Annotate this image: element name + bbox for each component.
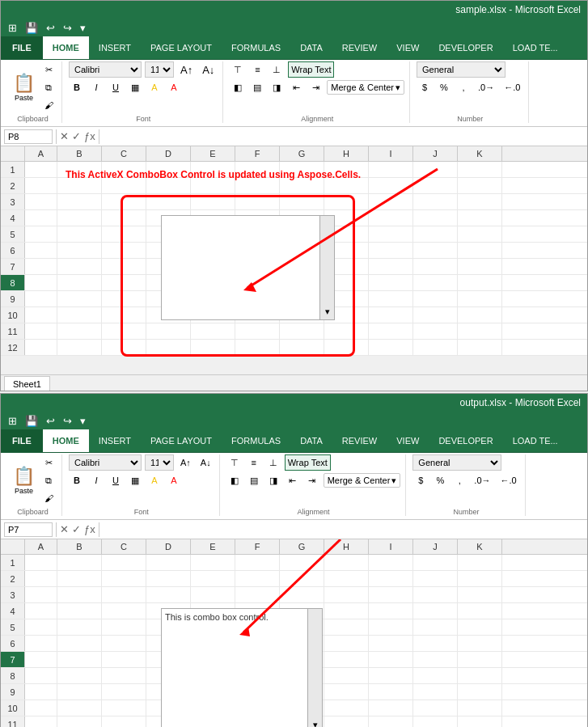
cell[interactable] [57, 684, 102, 700]
cell[interactable] [25, 178, 57, 193]
cell[interactable] [280, 571, 324, 586]
cell[interactable] [458, 652, 502, 667]
percent-btn-1[interactable]: % [436, 79, 452, 95]
italic-btn-1[interactable]: I [88, 79, 104, 95]
tab-insert-1[interactable]: INSERT [89, 36, 141, 59]
cell[interactable] [102, 275, 146, 290]
cell[interactable] [57, 194, 102, 209]
cell[interactable] [57, 210, 102, 226]
cell[interactable] [25, 587, 57, 602]
cell[interactable] [413, 226, 458, 242]
align-left-btn-2[interactable]: ◧ [226, 472, 243, 488]
cell[interactable] [57, 603, 102, 619]
cancel-formula-icon-2[interactable]: ✕ [60, 523, 69, 535]
tab-loadte-1[interactable]: LOAD TE... [503, 36, 568, 59]
tab-review-1[interactable]: REVIEW [332, 36, 387, 59]
cell[interactable] [102, 668, 146, 683]
cell[interactable] [25, 684, 57, 700]
align-bottom-btn-1[interactable]: ⊥ [269, 61, 285, 78]
tab-view-2[interactable]: VIEW [387, 429, 429, 452]
currency-btn-1[interactable]: $ [417, 79, 433, 95]
increase-font-btn-1[interactable]: A↑ [177, 61, 196, 78]
tab-pagelayout-1[interactable]: PAGE LAYOUT [141, 36, 222, 59]
cell[interactable] [25, 571, 57, 586]
cell[interactable] [413, 571, 458, 586]
font-color-btn-2[interactable]: A [166, 472, 182, 488]
tab-developer-2[interactable]: DEVELOPER [429, 429, 502, 452]
cell[interactable] [102, 307, 146, 323]
cell[interactable] [369, 259, 413, 274]
cell[interactable] [191, 323, 235, 339]
border-btn-2[interactable]: ▦ [127, 472, 143, 488]
cell[interactable] [413, 307, 458, 323]
cell[interactable] [458, 668, 502, 683]
align-middle-btn-2[interactable]: ≡ [246, 454, 262, 471]
cell[interactable] [57, 700, 102, 716]
merge-center-btn-1[interactable]: Merge & Center▾ [327, 80, 404, 95]
cell[interactable] [324, 684, 369, 700]
cell[interactable] [102, 340, 146, 355]
cell[interactable] [102, 716, 146, 727]
cell[interactable] [57, 307, 102, 323]
cell[interactable] [413, 210, 458, 226]
cell[interactable] [458, 340, 502, 355]
percent-btn-2[interactable]: % [432, 472, 448, 488]
cell[interactable] [324, 700, 369, 716]
undo-btn-2[interactable]: ↩ [44, 414, 57, 428]
cell[interactable] [324, 603, 369, 619]
combobox-1[interactable]: ▾ [161, 215, 335, 320]
cell[interactable] [324, 652, 369, 667]
underline-btn-2[interactable]: U [108, 472, 124, 488]
cell[interactable] [324, 636, 369, 651]
decrease-font-btn-1[interactable]: A↓ [199, 61, 218, 78]
cell[interactable] [458, 555, 502, 570]
row-header-3[interactable]: 3 [1, 587, 25, 602]
cell[interactable] [458, 684, 502, 700]
tab-formulas-2[interactable]: FORMULAS [222, 429, 290, 452]
align-top-btn-2[interactable]: ⊤ [226, 454, 243, 471]
cell[interactable] [25, 307, 57, 323]
cell[interactable] [235, 555, 280, 570]
cell[interactable] [25, 619, 57, 635]
cell[interactable] [458, 636, 502, 651]
fill-color-btn-1[interactable]: A [146, 79, 163, 95]
cell[interactable] [324, 668, 369, 683]
cell[interactable] [102, 194, 146, 209]
decrease-indent-btn-2[interactable]: ⇤ [285, 472, 301, 488]
cell[interactable] [458, 226, 502, 242]
cell[interactable] [146, 571, 191, 586]
cell[interactable] [413, 716, 458, 727]
font-name-select-1[interactable]: Calibri [69, 61, 142, 78]
row-header-7[interactable]: 7 [1, 259, 25, 274]
cell[interactable] [280, 555, 324, 570]
tab-file-2[interactable]: FILE [1, 429, 43, 452]
cell[interactable] [102, 571, 146, 586]
save-btn-2[interactable]: 💾 [23, 414, 40, 428]
redo-btn-2[interactable]: ↪ [61, 414, 74, 428]
customize-btn-2[interactable]: ▾ [78, 414, 88, 428]
row-header-11[interactable]: 11 [1, 323, 25, 339]
underline-btn-1[interactable]: U [108, 79, 124, 95]
row-header-9[interactable]: 9 [1, 684, 25, 700]
cell[interactable] [369, 668, 413, 683]
cell[interactable] [57, 275, 102, 290]
cell[interactable] [57, 243, 102, 258]
tab-pagelayout-2[interactable]: PAGE LAYOUT [141, 429, 222, 452]
cell[interactable] [25, 716, 57, 727]
align-middle-btn-1[interactable]: ≡ [249, 61, 265, 78]
cell[interactable] [235, 571, 280, 586]
cell[interactable] [235, 194, 280, 209]
cell[interactable] [369, 243, 413, 258]
cell[interactable] [57, 652, 102, 667]
cell[interactable] [369, 716, 413, 727]
align-top-btn-1[interactable]: ⊤ [230, 61, 246, 78]
cell[interactable] [57, 716, 102, 727]
paste-btn-1[interactable]: 📋 Paste [9, 70, 39, 104]
cell[interactable] [102, 652, 146, 667]
cell[interactable] [458, 587, 502, 602]
cell[interactable] [102, 323, 146, 339]
cell[interactable] [102, 210, 146, 226]
row-header-2[interactable]: 2 [1, 178, 25, 193]
cell[interactable] [369, 226, 413, 242]
row-header-1[interactable]: 1 [1, 162, 25, 177]
